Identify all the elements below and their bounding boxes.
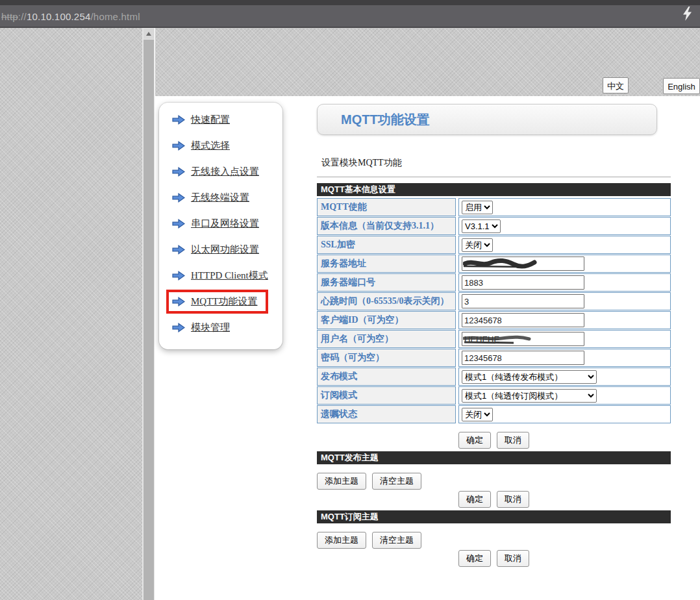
red-highlight-box: MQTT功能设置 [166, 290, 268, 314]
clear-topic-button[interactable]: 清空主题 [372, 473, 421, 490]
sidebar-item-label: 以太网功能设置 [191, 244, 259, 256]
ok-button[interactable]: 确定 [458, 550, 491, 567]
row-value-cell: V3.1.1 [458, 217, 671, 235]
divider [317, 177, 671, 177]
row-label: 服务器端口号 [317, 273, 456, 292]
table-row-version: 版本信息（当前仅支持3.1.1） V3.1.1 [317, 217, 671, 235]
section-header-basic: MQTT基本信息设置 [317, 183, 671, 196]
sidebar-item-mqtt[interactable]: MQTT功能设置 [159, 288, 282, 314]
row-label: 用户名（可为空） [317, 330, 456, 348]
table-row-username: 用户名（可为空） [317, 330, 671, 348]
language-english-button[interactable]: English [663, 78, 700, 94]
sidebar-item-wireless-sta[interactable]: 无线终端设置 [159, 184, 282, 210]
blue-arrow-icon [172, 219, 185, 229]
sidebar-item-httpd-client[interactable]: HTTPD Client模式 [159, 262, 282, 288]
page-subtitle: 设置模块MQTT功能 [321, 157, 671, 169]
row-label: 服务器地址 [317, 255, 456, 273]
ok-button[interactable]: 确定 [458, 491, 491, 508]
address-bar[interactable]: http://10.10.100.254/home.html [1, 11, 140, 22]
client-id-input[interactable] [462, 313, 584, 327]
table-row-server-port: 服务器端口号 [317, 273, 671, 292]
blue-arrow-icon [172, 245, 185, 255]
row-value-cell: 启用 [458, 198, 671, 216]
browser-top-bar: http://10.10.100.254/home.html [0, 0, 700, 28]
sidebar-item-ethernet[interactable]: 以太网功能设置 [159, 236, 282, 262]
ok-button[interactable]: 确定 [458, 432, 491, 449]
section-header-subscribe: MQTT订阅主题 [317, 510, 671, 523]
vertical-scrollbar[interactable] [142, 28, 155, 600]
sidebar-item-label: 模式选择 [191, 140, 230, 152]
row-label: 发布模式 [317, 368, 456, 386]
blue-arrow-icon [172, 323, 185, 332]
row-value-cell [458, 273, 671, 292]
mqtt-enable-select[interactable]: 启用 [462, 201, 493, 214]
row-value-cell [458, 292, 671, 310]
section-header-publish: MQTT发布主题 [317, 451, 671, 464]
row-value-cell: 关闭 [458, 405, 671, 423]
row-label: 心跳时间（0-65535/0表示关闭） [317, 292, 456, 310]
table-row-subscribe-mode: 订阅模式 模式1（纯透传订阅模式） [317, 386, 671, 405]
sidebar-item-label: 无线接入点设置 [191, 166, 259, 178]
row-value-cell: 模式1（纯透传订阅模式） [458, 386, 671, 405]
sidebar-item-wireless-ap[interactable]: 无线接入点设置 [159, 158, 282, 184]
table-row-heartbeat: 心跳时间（0-65535/0表示关闭） [317, 292, 671, 310]
sidebar-item-serial-network[interactable]: 串口及网络设置 [159, 210, 282, 236]
password-input[interactable] [462, 351, 584, 365]
cancel-button[interactable]: 取消 [497, 550, 529, 567]
url-separator: :// [18, 11, 27, 22]
table-row-password: 密码（可为空） [317, 349, 671, 367]
heartbeat-input[interactable] [462, 294, 584, 308]
table-row-will-state: 遗嘱状态 关闭 [317, 405, 671, 423]
row-value-cell [458, 311, 671, 329]
url-path: /home.html [90, 11, 140, 22]
up-arrow-icon [146, 32, 151, 36]
row-value-cell [458, 349, 671, 367]
add-topic-button[interactable]: 添加主题 [317, 473, 366, 490]
server-port-input[interactable] [462, 275, 584, 290]
page-title: MQTT功能设置 [341, 111, 430, 129]
subscribe-section-actions: 确定 取消 [317, 550, 671, 567]
subscribe-topic-actions: 添加主题 清空主题 [317, 532, 671, 549]
blue-arrow-icon [172, 141, 185, 151]
will-state-select[interactable]: 关闭 [462, 408, 493, 421]
blue-arrow-icon [172, 271, 185, 281]
clear-topic-button[interactable]: 清空主题 [372, 532, 421, 549]
url-scheme: http [1, 11, 18, 22]
sidebar-item-quick-config[interactable]: 快速配置 [159, 106, 282, 132]
sidebar-item-label: 模块管理 [191, 321, 230, 334]
sidebar-item-label: 串口及网络设置 [191, 218, 259, 230]
language-chinese-button[interactable]: 中文 [603, 77, 629, 94]
version-select[interactable]: V3.1.1 [462, 219, 501, 233]
subscribe-mode-select[interactable]: 模式1（纯透传订阅模式） [462, 389, 597, 403]
publish-mode-select[interactable]: 模式1（纯透传发布模式） [462, 370, 597, 384]
table-row-mqtt-enable: MQTT使能 启用 [317, 198, 671, 216]
table-row-publish-mode: 发布模式 模式1（纯透传发布模式） [317, 368, 671, 386]
sidebar-item-label: 无线终端设置 [191, 192, 249, 204]
add-topic-button[interactable]: 添加主题 [317, 532, 366, 549]
row-value-cell: 模式1（纯透传发布模式） [458, 368, 671, 386]
sidebar-item-mode-select[interactable]: 模式选择 [159, 132, 282, 158]
row-label: SSL加密 [317, 236, 456, 254]
publish-topic-actions: 添加主题 清空主题 [317, 473, 671, 490]
row-label: 客户端ID（可为空） [317, 311, 456, 329]
main-content: MQTT功能设置 设置模块MQTT功能 MQTT基本信息设置 MQTT使能 启用… [317, 104, 671, 567]
blue-arrow-icon [172, 193, 185, 203]
row-label: 版本信息（当前仅支持3.1.1） [317, 217, 456, 235]
publish-section-actions: 确定 取消 [317, 491, 671, 508]
cancel-button[interactable]: 取消 [497, 432, 529, 449]
ssl-select[interactable]: 关闭 [462, 238, 493, 252]
username-input[interactable] [462, 332, 584, 346]
row-label: 订阅模式 [317, 386, 456, 405]
cancel-button[interactable]: 取消 [497, 491, 529, 508]
sidebar-item-label: HTTPD Client模式 [191, 269, 268, 282]
lightning-icon[interactable] [682, 6, 692, 21]
scroll-up-button[interactable] [144, 29, 154, 39]
scrollbar-thumb[interactable] [144, 40, 154, 600]
sidebar-item-label: MQTT功能设置 [191, 295, 258, 308]
row-label: MQTT使能 [317, 198, 456, 216]
row-value-cell [458, 255, 671, 273]
table-row-server-address: 服务器地址 [317, 255, 671, 273]
sidebar-item-label: 快速配置 [191, 114, 230, 126]
server-address-input[interactable] [462, 256, 584, 271]
sidebar-item-module-manage[interactable]: 模块管理 [159, 314, 282, 340]
